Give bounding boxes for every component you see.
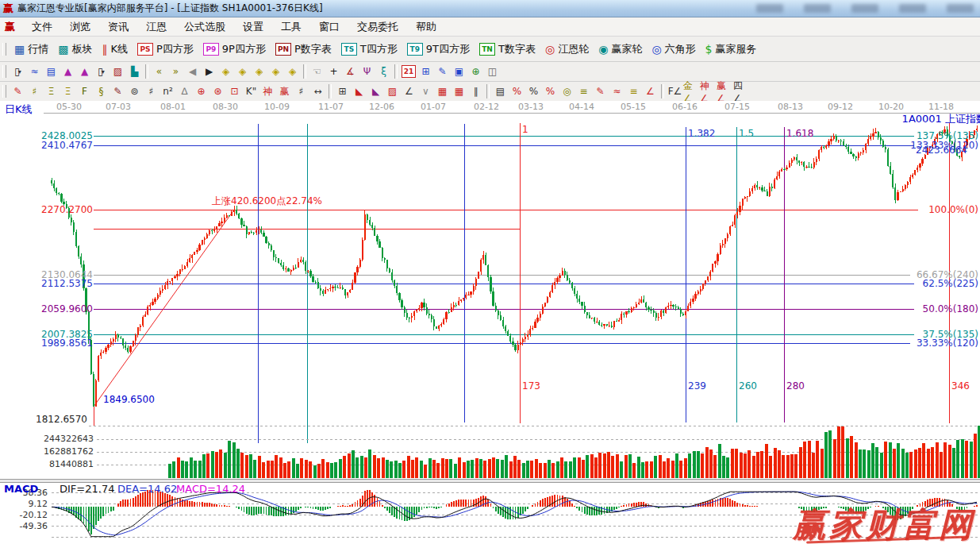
zoom-in-icon[interactable]: ◈ [284,64,301,79]
gold-circle-tool[interactable]: ◎ [559,84,575,99]
starburst-tool[interactable]: ⊛ [209,84,226,99]
brush-red-tool[interactable]: ✎ [592,84,609,99]
fan-red-tool[interactable]: ◣ [351,84,367,99]
quotes-button[interactable]: ▦行情 [10,41,53,58]
wave-tool[interactable]: ∨ [417,84,434,99]
fan-purple-tool[interactable]: ◣ [367,84,384,99]
crosshair-tool-button[interactable]: + [325,64,342,79]
f-tool[interactable]: F [76,84,93,99]
menu-item-6[interactable]: 工具 [272,18,310,36]
menu-item-0[interactable]: 文件 [23,18,61,36]
volume-bar [824,432,828,478]
overlay-9-icon[interactable]: ▲ [76,64,93,79]
hatch2-tool[interactable]: ♯ [143,84,159,99]
grid-red2-tool[interactable]: ▦ [451,84,467,99]
width-tool[interactable]: ↔ [309,84,326,99]
frame-tool[interactable]: ⊞ [334,84,351,99]
compass-tool[interactable]: ⊚ [126,84,143,99]
menu-item-5[interactable]: 设置 [234,18,272,36]
zoom-out-icon[interactable]: ◈ [267,64,284,79]
notes-button[interactable]: ✎ [434,64,451,79]
angle-lines-tool[interactable]: ∠ [401,84,417,99]
menu-item-4[interactable]: 公式选股 [175,18,234,36]
t-square-button[interactable]: TST四方形 [336,41,402,58]
angle-a-tool[interactable]: ∆ [176,84,193,99]
next-bar-button[interactable]: ▶ [201,64,217,79]
first-bar-button[interactable]: « [151,64,167,79]
k-quote-tool[interactable]: K" [243,84,259,99]
gold-gate-tool[interactable]: Ξ [43,84,60,99]
calendar-button[interactable]: 21 [402,65,416,78]
menu-item-1[interactable]: 浏览 [61,18,99,36]
ying-tool[interactable]: 赢 [276,84,293,99]
p9-square-button[interactable]: P99P四方形 [198,41,271,58]
ying-angle-tool[interactable]: 赢∠ [717,84,733,99]
angle-tool-button[interactable]: ∡ [342,64,359,79]
percent-tool[interactable]: % [525,84,542,99]
menu-item-8[interactable]: 交易委托 [348,18,407,36]
zoom-left-icon[interactable]: ◈ [217,64,234,79]
grid-fan-tool[interactable]: ▨ [384,84,401,99]
hexagon-button[interactable]: ◎六角形 [647,41,700,58]
p-square-button[interactable]: PSP四方形 [133,41,198,58]
wave-red-tool[interactable]: ≈ [609,84,625,99]
shen-tool[interactable]: 神 [259,84,276,99]
target-red-tool[interactable]: ⊕ [193,84,209,99]
percent-table-tool[interactable]: ▤ [492,84,509,99]
save-button[interactable]: ▣ [451,64,467,79]
sectors-button[interactable]: ▩板块 [53,41,97,58]
gold-level-tool[interactable]: ≡ [625,84,642,99]
percent-line-tool[interactable]: % [542,84,559,99]
period-style-dropdown[interactable]: ▯▾ [10,64,26,79]
candle-style-dropdown[interactable]: ▯▾ [93,64,110,79]
calculator-button[interactable]: ⊞ [417,64,434,79]
prev-bar-button[interactable]: ◀ [184,64,201,79]
gann-wheel-button[interactable]: ◎江恩轮 [540,41,594,58]
measure-pen-tool[interactable]: ✎ [110,84,126,99]
profile-icon[interactable]: ▙ [126,64,143,79]
hand-tool-button[interactable]: ☜ [309,64,325,79]
kline-chart-canvas[interactable] [0,101,980,544]
spiral-tool[interactable]: § [93,84,110,99]
info-panel-icon[interactable]: ▤ [43,64,60,79]
web-button[interactable]: ⊕ [467,64,484,79]
gann-tools-button[interactable]: Ψ [359,64,375,79]
candle-body [709,272,711,276]
zoom-h-icon[interactable]: ◈ [251,64,267,79]
shen-angle-tool[interactable]: 神∠ [700,84,717,99]
hatch-tool[interactable]: ♯ [26,84,43,99]
gold-square-tool[interactable]: Ξ [60,84,76,99]
overlay-3-icon[interactable]: ▲ [60,64,76,79]
f-angle-tool[interactable]: F∠ [667,84,683,99]
pattern-icon[interactable]: ▨ [110,64,126,79]
p-digit-button[interactable]: PNP数字表 [271,41,336,58]
mind-tool-button[interactable]: ξ [375,64,392,79]
kline-button[interactable]: ∥K线 [97,41,133,58]
menu-item-7[interactable]: 窗口 [310,18,348,36]
t9-square-button[interactable]: T99T四方形 [402,41,475,58]
menu-item-3[interactable]: 江恩 [137,18,175,36]
j-angle-tool[interactable]: ∠ [642,84,659,99]
grid-red-tool[interactable]: ▦ [434,84,451,99]
n-square-tool[interactable]: n² [159,84,176,99]
winner-service-button[interactable]: $赢家服务 [701,41,762,58]
grid-target-tool[interactable]: ⊡ [226,84,243,99]
menu-item-9[interactable]: 帮助 [407,18,445,36]
winner-wheel-button[interactable]: ◉赢家轮 [594,41,647,58]
chart-region[interactable]: 05-3007-0308-0108-3010-0911-0712-0601-07… [0,101,980,544]
zoom-right-icon[interactable]: ◈ [234,64,251,79]
t-digit-button[interactable]: TNT数字表 [475,41,540,58]
grid-123-tool[interactable]: ♯ [293,84,309,99]
parallel-lines-tool[interactable]: ∥ [467,84,484,99]
last-bar-button[interactable]: » [167,64,184,79]
menu-item-2[interactable]: 资讯 [99,18,137,36]
macd-hist-bar [547,497,548,507]
four-angle-tool[interactable]: 四∠ [733,84,750,99]
time-count-label: 239 [688,381,706,391]
percent-slope-tool[interactable]: % [509,84,525,99]
remote-pc-button[interactable]: ◫ [484,64,501,79]
brush-tool[interactable]: ✎ [10,84,26,99]
gold-lines-tool[interactable]: ≡ [575,84,592,99]
gold-angle-tool[interactable]: 金∠ [683,84,700,99]
line-chart-icon[interactable]: ≈ [26,64,43,79]
